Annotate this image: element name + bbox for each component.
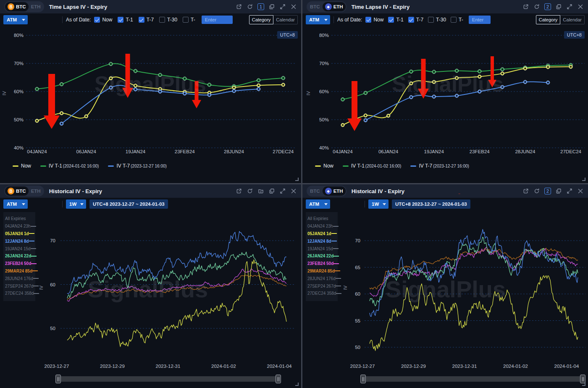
asof-option-now[interactable]: Now — [94, 17, 112, 23]
asof-option-t-30[interactable]: T-30 — [428, 17, 446, 23]
t-custom-input[interactable]: Enter — [469, 16, 491, 24]
asof-option-t-[interactable]: T- — [451, 17, 463, 23]
panel-toolbar: ATM As of Date: NowT-1T-7T-30T-Enter Cat… — [302, 13, 588, 26]
coin-tab-btc[interactable]: BBTC — [5, 2, 29, 11]
checkbox-checked[interactable] — [139, 17, 144, 23]
close-icon[interactable] — [577, 3, 584, 10]
asof-option-now[interactable]: Now — [365, 17, 383, 23]
folder-icon[interactable] — [257, 188, 264, 194]
close-icon[interactable] — [290, 188, 297, 194]
duplicate-icon[interactable] — [268, 3, 275, 10]
fullscreen-icon[interactable] — [566, 3, 573, 10]
svg-text:2023-12-29: 2023-12-29 — [100, 364, 125, 369]
legend-item[interactable]: IV T-1(2024-01-02 16:00) — [40, 163, 99, 169]
legend-item[interactable]: Now — [315, 163, 333, 169]
atm-dropdown[interactable]: ATM — [3, 199, 28, 209]
checkbox-unchecked[interactable] — [428, 17, 434, 23]
divider — [62, 201, 63, 207]
svg-text:19JAN24: 19JAN24 — [126, 149, 146, 154]
atm-dropdown[interactable]: ATM — [3, 15, 28, 24]
resize-handle[interactable] — [582, 178, 585, 181]
asof-option-t-7[interactable]: T-7 — [139, 17, 154, 23]
checkbox-checked[interactable] — [118, 17, 123, 23]
coin-tab-eth[interactable]: ETH — [29, 186, 43, 196]
checkbox-checked[interactable] — [388, 17, 394, 23]
open-in-new-icon[interactable] — [522, 188, 529, 194]
coin-toggle[interactable]: BTC ◆ETH — [307, 186, 346, 197]
stray-red-mark: ~ — [458, 192, 460, 196]
asof-option-t-30[interactable]: T-30 — [159, 17, 177, 23]
svg-text:60%: 60% — [319, 89, 329, 94]
legend-item[interactable]: IV T-7(2023-12-27 16:00) — [108, 163, 166, 169]
fullscreen-icon[interactable] — [566, 188, 573, 194]
t-custom-input[interactable]: Enter — [202, 16, 233, 24]
checkbox-unchecked[interactable] — [451, 17, 457, 23]
coin-tab-btc[interactable]: BBTC — [5, 186, 29, 196]
coin-tab-eth[interactable]: ◆ETH — [323, 2, 346, 11]
category-button[interactable]: Category — [536, 15, 561, 24]
refresh-icon[interactable] — [247, 3, 253, 10]
legend-item[interactable]: Now — [13, 163, 31, 169]
svg-text:60: 60 — [50, 282, 55, 287]
resize-handle[interactable] — [582, 383, 585, 386]
historical-chart[interactable]: 70656055502023-12-272023-12-292023-12-31… — [302, 211, 588, 388]
checkbox-checked[interactable] — [365, 17, 371, 23]
count-badge[interactable]: 1 — [257, 3, 264, 10]
legend-swatch — [343, 165, 349, 167]
historical-chart[interactable]: 7060502023-12-272023-12-292023-12-312024… — [0, 211, 301, 388]
open-in-new-icon[interactable] — [236, 188, 242, 194]
legend-item[interactable]: IV T-7(2023-12-27 16:00) — [410, 163, 469, 169]
panel-title: Time Lapse IV - Expiry — [49, 4, 107, 10]
svg-text:27DEC24: 27DEC24 — [560, 149, 581, 154]
close-icon[interactable] — [290, 3, 297, 10]
period-dropdown[interactable]: 1W — [368, 199, 388, 209]
coin-toggle[interactable]: BTC ◆ETH — [307, 1, 346, 12]
resize-handle[interactable] — [295, 383, 299, 386]
coin-label: BTC — [16, 189, 26, 194]
coin-tab-eth[interactable]: ◆ETH — [323, 186, 346, 196]
close-icon[interactable] — [577, 188, 584, 194]
open-in-new-icon[interactable] — [522, 3, 529, 10]
duplicate-icon[interactable] — [555, 3, 562, 10]
refresh-icon[interactable] — [533, 188, 540, 194]
duplicate-icon[interactable] — [268, 188, 275, 194]
legend-item[interactable]: IV T-1(2024-01-02 16:00) — [343, 163, 401, 169]
asof-option-t-1[interactable]: T-1 — [118, 17, 133, 23]
checkbox-checked[interactable] — [94, 17, 100, 23]
asof-option-t-7[interactable]: T-7 — [408, 17, 423, 23]
coin-toggle[interactable]: BBTC ETH — [4, 186, 44, 197]
panel-header: BBTC ETH Time Lapse IV - Expiry 1 — [0, 0, 301, 13]
checkbox-unchecked[interactable] — [159, 17, 165, 23]
resize-handle[interactable] — [295, 178, 299, 181]
calendar-button[interactable]: Calendar — [273, 15, 298, 24]
atm-dropdown[interactable]: ATM — [306, 199, 330, 209]
chart-scrollbar[interactable] — [361, 376, 585, 382]
coin-tab-btc[interactable]: BTC — [307, 186, 323, 196]
coin-tab-eth[interactable]: ETH — [29, 2, 43, 11]
coin-toggle[interactable]: BBTC ETH — [4, 1, 44, 12]
asof-option-t-1[interactable]: T-1 — [388, 17, 403, 23]
period-dropdown[interactable]: 1W — [66, 199, 86, 209]
checkbox-unchecked[interactable] — [183, 17, 189, 23]
svg-text:IV: IV — [2, 91, 7, 95]
checkbox-checked[interactable] — [408, 17, 414, 23]
atm-dropdown[interactable]: ATM — [306, 15, 330, 24]
timelapse-chart[interactable]: 80%70%60%50%40%04JAN2406JAN2419JAN2423FE… — [0, 26, 301, 160]
fullscreen-icon[interactable] — [279, 188, 286, 194]
count-badge[interactable]: 2 — [544, 3, 551, 10]
refresh-icon[interactable] — [533, 3, 540, 10]
header-actions: 2 — [522, 3, 584, 10]
asof-option-t-[interactable]: T- — [183, 17, 195, 23]
refresh-icon[interactable] — [247, 188, 253, 194]
svg-text:70%: 70% — [14, 61, 24, 66]
count-badge[interactable]: 2 — [544, 188, 551, 194]
timelapse-chart[interactable]: 80%70%60%50%40%04JAN2406JAN2419JAN2423FE… — [302, 26, 588, 160]
fullscreen-icon[interactable] — [279, 3, 286, 10]
open-in-new-icon[interactable] — [236, 3, 242, 10]
category-button[interactable]: Category — [249, 15, 274, 24]
svg-text:04JAN24: 04JAN24 — [333, 149, 353, 154]
coin-tab-btc[interactable]: BTC — [307, 2, 323, 11]
chart-scrollbar[interactable] — [56, 376, 281, 382]
duplicate-icon[interactable] — [555, 188, 562, 194]
calendar-button[interactable]: Calendar — [560, 15, 585, 24]
